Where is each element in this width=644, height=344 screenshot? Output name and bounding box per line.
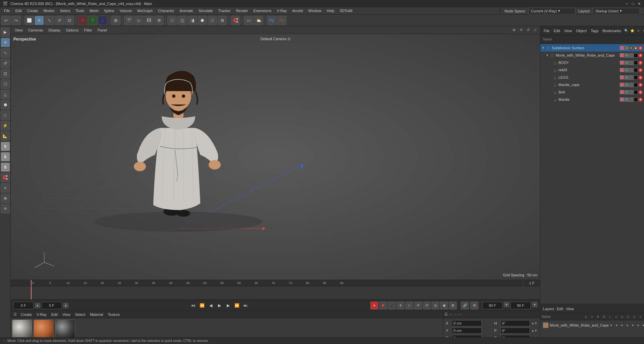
scene-menu-object[interactable]: Object [575,29,588,33]
tool-knife[interactable]: ⚡ [1,121,10,130]
tool-snap[interactable]: ⚙ [1,204,10,213]
scene-settings-icon[interactable]: ⚙ [642,28,644,33]
mat-menu-icon[interactable]: ☰ [12,312,18,317]
body-vis-icon[interactable]: ☑ [624,61,629,65]
menu-modes[interactable]: Modes [41,8,57,13]
skip-end-button[interactable]: ⏭ [241,301,250,309]
vp-menu-cameras[interactable]: Cameras [26,28,45,32]
menu-simulate[interactable]: Simulate [196,8,216,13]
frame-end2-field[interactable]: 90 F [511,302,531,309]
scene-menu-view[interactable]: View [563,29,574,33]
render-region-button[interactable]: ⚙ [154,16,164,25]
up-btn[interactable]: ▲ [35,303,40,308]
subdiv-link-icon[interactable]: ● [638,46,643,50]
tool-uvw[interactable]: □ [1,111,10,120]
mat-menu-material[interactable]: Material [88,313,105,317]
frame-start-field[interactable]: 0 F [13,302,34,309]
menu-animate[interactable]: Animate [177,8,196,13]
redo-button[interactable]: ↪ [11,16,21,25]
snap-button[interactable]: 🧲 [231,16,240,25]
scene-menu-tags[interactable]: Tags [589,29,600,33]
view-4way-button[interactable]: ⊞ [218,16,227,25]
vp-icon-rotate[interactable]: ↺ [525,27,531,33]
scene-item-subdivision[interactable]: ▼ ⬡ Subdivision Surface ☑ ● ◆ ● [540,44,644,52]
next-key-button[interactable]: ⏩ [233,301,241,309]
tool-pointer[interactable]: ▶ [1,27,10,37]
window-controls[interactable]: ─ □ ✕ [625,1,641,6]
view-cube-button[interactable]: ⬡ [167,16,177,25]
menu-tracker[interactable]: Tracker [216,8,233,13]
tool-object[interactable]: ⊡ [1,69,10,78]
scene-search-icon[interactable]: 🔍 [624,28,629,33]
menu-help[interactable]: Help [324,8,337,13]
view-front-button[interactable]: ◫ [177,16,187,25]
menu-spline[interactable]: Spline [101,8,117,13]
tool-layers[interactable]: ≡ [1,183,10,193]
scene-menu-bookmarks[interactable]: Bookmarks [601,29,622,33]
layers-view[interactable]: View [566,307,574,311]
keying-button[interactable]: ● [370,301,378,309]
legs-vis-icon[interactable]: ☑ [624,75,629,80]
floor-button[interactable]: ▭ [244,16,253,25]
transform-button[interactable]: ⊡ [65,16,74,25]
axis-x-button[interactable]: X [78,16,87,25]
monk-vis-icon[interactable]: ☑ [624,53,629,58]
menu-vray[interactable]: V-Ray [274,8,289,13]
scene-menu-file[interactable]: File [542,29,551,33]
frame-current-field[interactable]: 0 F [42,302,62,309]
mat-menu-texture[interactable]: Texture [106,313,122,317]
tool-morph[interactable]: ⊕ [1,194,10,203]
link-button[interactable]: 🔗 [461,301,469,309]
menu-extensions[interactable]: Extensions [251,8,274,13]
menu-file[interactable]: File [1,8,13,13]
up-btn2[interactable]: ▲ [63,303,68,308]
y-value-field[interactable]: 0 cm [452,328,482,334]
belt-vis-icon[interactable]: ☑ [624,90,629,94]
undo-button[interactable]: ↩ [1,16,11,25]
select-object-button[interactable]: ⬜ [24,16,34,25]
menu-volume[interactable]: Volume [117,8,135,13]
scene-item-hair[interactable]: △ HAIR ☑ ● [540,66,644,74]
tool-scale[interactable]: ⤡ [1,48,10,58]
subdiv-vis-icon[interactable]: ☑ [624,46,629,50]
menu-3dtoall[interactable]: 3DToAll [337,8,355,13]
layer-a-icon[interactable]: ● [636,323,640,328]
tool-s3[interactable]: S [1,162,10,172]
nodespace-dropdown[interactable]: Current (V-Ray) ▾ [529,8,576,14]
h-value-field[interactable]: 0° [500,320,530,326]
layer-s-icon[interactable]: ● [609,323,613,328]
menu-tools[interactable]: Tools [73,8,87,13]
menu-character[interactable]: Character [155,8,177,13]
next-frame-button[interactable]: ▶ [224,301,232,309]
record-button[interactable]: ⏺ [379,301,387,309]
scene-filter-icon[interactable]: ⭐ [630,28,635,33]
viewport[interactable]: Perspective Default Camera ⊙ Grid Spacin… [11,34,540,280]
vp-menu-options[interactable]: Options [64,28,80,32]
h-stepper[interactable]: ▲▼ [531,322,537,325]
motion3-button[interactable]: ⊞ [449,301,457,309]
sky-button[interactable]: ⛅ [254,16,263,25]
tool-move[interactable]: ✛ [1,38,10,47]
layer-m-icon[interactable]: ● [625,323,630,328]
scene-item-mantle-cape[interactable]: △ Mantle_cape ☑ ● [540,81,644,88]
key-sel-button[interactable]: ✛ [396,301,405,309]
mantle-vis-icon[interactable]: ☑ [624,97,629,102]
attr-menu-icon[interactable]: ☰ [444,312,448,317]
menu-window[interactable]: Window [306,8,324,13]
scene-item-mantle[interactable]: △ Mantle ☑ ● [540,96,644,103]
vp-menu-display[interactable]: Display [46,28,62,32]
expand-monk-icon[interactable]: ▼ [546,54,549,57]
scene-item-body[interactable]: △ BODY ☑ ● [540,59,644,66]
scene-layout-icon[interactable]: ≡ [636,28,641,33]
menu-edit[interactable]: Edit [13,8,24,13]
skip-start-button[interactable]: ⏮ [189,301,197,309]
p-stepper[interactable]: ▲▼ [531,329,537,332]
render-viewport-button[interactable]: ▷ [134,16,144,25]
menu-mesh[interactable]: Mesh [87,8,101,13]
scene-menu-edit[interactable]: Edit [552,29,561,33]
tool-rotate[interactable]: ↺ [1,59,10,68]
vp-icon-move[interactable]: ✛ [518,27,524,33]
menu-arnold[interactable]: Arnold [289,8,306,13]
motion-button[interactable]: ◎ [431,301,439,309]
axis-y-button[interactable]: Y [88,16,97,25]
